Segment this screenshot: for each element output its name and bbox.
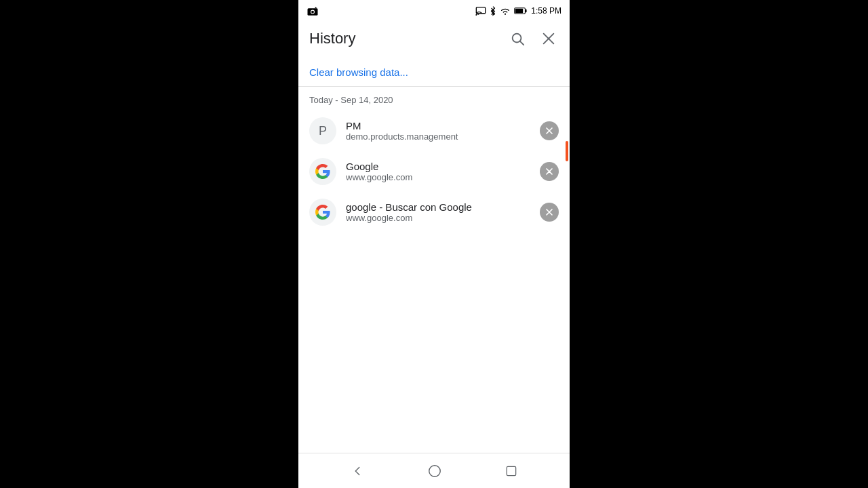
search-button[interactable] [507, 28, 528, 49]
navigation-bar [298, 453, 570, 488]
item-url: www.google.com [346, 172, 534, 182]
favicon-container: P [309, 117, 336, 144]
svg-marker-1 [315, 7, 317, 8]
svg-point-14 [429, 465, 441, 476]
header-icons [507, 28, 559, 49]
wifi-icon [500, 6, 511, 16]
time-display: 1:58 PM [531, 6, 561, 16]
camera-icon [307, 6, 319, 16]
cast-icon [475, 6, 486, 16]
close-icon [541, 31, 556, 46]
home-icon [427, 464, 442, 479]
back-nav-button[interactable] [344, 458, 370, 484]
item-url: demo.products.management [346, 131, 534, 142]
status-bar: 1:58 PM [298, 0, 570, 19]
item-text: PM demo.products.management [346, 120, 534, 142]
bluetooth-icon [490, 5, 496, 16]
svg-point-6 [505, 14, 506, 15]
close-button[interactable] [538, 28, 559, 49]
svg-rect-8 [526, 9, 527, 12]
back-icon [350, 464, 365, 479]
google-favicon [315, 204, 331, 220]
history-item[interactable]: P PM demo.products.management [298, 110, 570, 151]
recents-icon [505, 464, 518, 478]
svg-rect-9 [515, 9, 523, 13]
remove-item-button[interactable] [540, 162, 559, 181]
google-favicon [315, 163, 331, 180]
remove-icon [544, 125, 555, 136]
remove-icon [544, 207, 555, 218]
favicon-letter: P [319, 124, 327, 138]
section-date-header: Today - Sep 14, 2020 [298, 87, 570, 110]
item-text: Google www.google.com [346, 161, 534, 182]
history-item[interactable]: google - Buscar con Google www.google.co… [298, 192, 570, 232]
app-content: History Clear browsing data... [298, 19, 570, 453]
remove-item-button[interactable] [540, 121, 559, 140]
status-right: 1:58 PM [475, 5, 561, 16]
phone-container: 1:58 PM History [298, 0, 570, 488]
item-title: PM [346, 120, 534, 131]
svg-line-11 [520, 41, 524, 45]
remove-item-button[interactable] [540, 203, 559, 222]
item-title: Google [346, 161, 534, 172]
item-text: google - Buscar con Google www.google.co… [346, 201, 534, 223]
svg-rect-15 [507, 466, 515, 475]
header: History [298, 19, 570, 58]
battery-icon [514, 7, 528, 15]
favicon-container [309, 158, 336, 185]
home-nav-button[interactable] [422, 458, 448, 484]
status-left [307, 6, 319, 16]
history-item[interactable]: Google www.google.com [298, 151, 570, 192]
item-title: google - Buscar con Google [346, 201, 534, 213]
clear-browsing-data-button[interactable]: Clear browsing data... [298, 58, 570, 86]
recents-nav-button[interactable] [499, 459, 524, 483]
item-url: www.google.com [346, 213, 534, 223]
page-title: History [309, 30, 355, 47]
favicon-container [309, 199, 336, 226]
history-list: P PM demo.products.management [298, 110, 570, 453]
svg-point-3 [311, 11, 314, 14]
remove-icon [544, 166, 555, 177]
search-icon [510, 31, 525, 46]
scroll-indicator [566, 141, 568, 161]
svg-point-5 [476, 14, 477, 16]
